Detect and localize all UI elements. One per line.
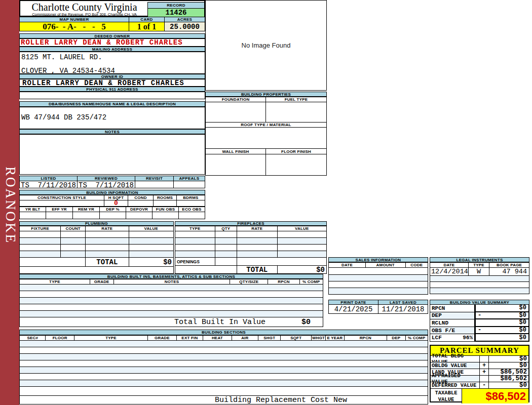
- card-value: 1 of 1: [129, 22, 165, 31]
- fireplaces-row: [175, 238, 327, 245]
- building-value-summary: BUILDING VALUE SUMMARY RPCN $0 DEP -$0 R…: [430, 300, 529, 342]
- rem-yr-value: [73, 212, 100, 219]
- record-value: 11426: [147, 9, 205, 17]
- mailing-line1: 8125 MT. LAUREL RD.: [20, 52, 205, 61]
- property-record-card: ROANOKE Charlotte County Virginia Commis…: [0, 0, 532, 405]
- plumbing-fixture-header: FIXTURE: [19, 226, 61, 231]
- sales-row: [328, 275, 428, 281]
- floor-finish-label: FLOOR FINISH: [266, 149, 327, 154]
- plumbing-count-header: COUNT: [61, 226, 86, 231]
- roof-value: [205, 128, 327, 149]
- reviewed-by: TS: [79, 181, 87, 188]
- wall-finish-label: WALL FINISH: [205, 149, 266, 154]
- built-ins-title: BUILDING BUILT INS, BASEMENTS, ATTICS & …: [19, 274, 323, 279]
- plumbing-title: PLUMBING: [19, 221, 174, 226]
- reviewed-date: 7/11/2018: [95, 181, 134, 188]
- physical-address-box: [19, 92, 205, 99]
- construction-style-label: CONSTRUCTION STYLE: [19, 195, 104, 200]
- bs-type-header: TYPE: [74, 335, 148, 341]
- bvs-rclnd-value: $0: [475, 319, 529, 327]
- bs-eyear-header: E YEAR: [326, 335, 344, 341]
- built-ins-table: BUILDING BUILT INS, BASEMENTS, ATTICS & …: [19, 274, 323, 327]
- built-ins-total-value: $0: [301, 318, 311, 327]
- fireplaces-row: [175, 231, 327, 238]
- roof-label: ROOF TYPE / MATERIAL: [205, 123, 327, 128]
- building-sections-row: [19, 380, 428, 387]
- listed-date: 7/11/2018: [37, 181, 76, 188]
- bs-heat-header: HEAT: [203, 335, 232, 341]
- plumbing-total-label: TOTAL: [86, 258, 129, 267]
- fuel-type-value: [266, 102, 327, 123]
- listed-label: LISTED: [19, 176, 78, 181]
- wall-finish-value: [205, 154, 266, 176]
- cond-value: [128, 200, 154, 207]
- building-sections-row: [19, 367, 428, 374]
- bs-floor-header: FLOOR: [46, 335, 74, 341]
- eff-yr-value: [46, 212, 73, 219]
- building-sections-table: BUILDING SECTIONS SEC# FLOOR TYPE GRADE …: [19, 330, 428, 404]
- built-ins-row: [19, 311, 323, 317]
- building-properties-title: BUILDING PROPERTIES: [205, 92, 327, 97]
- legal-description: WB 47/944 DB 235/472: [20, 107, 205, 122]
- bs-air-header: AIR: [232, 335, 258, 341]
- built-ins-row: [19, 298, 323, 304]
- sales-title: SALES INFORMATION: [328, 257, 428, 262]
- plumbing-total-value: $0: [129, 258, 174, 267]
- notes-label: NOTES: [19, 129, 205, 134]
- fireplaces-row: [175, 251, 327, 258]
- ps-deferred-op: -: [480, 382, 489, 389]
- built-ins-row: [19, 291, 323, 298]
- ps-obldg-label: OBLDG VALUE: [431, 362, 480, 369]
- construction-style-value: [19, 200, 104, 207]
- eco-obs-value: [179, 212, 205, 219]
- print-date-label: PRINT DATE: [328, 300, 378, 305]
- appeals-value: [174, 181, 205, 188]
- building-information-title: BUILDING INFORMATION: [19, 190, 205, 195]
- fireplaces-value-header: VALUE: [278, 226, 327, 231]
- mailing-address-label: MAILING ADDRESS: [19, 47, 205, 52]
- revisit-value: [135, 181, 174, 188]
- fireplaces-row: [175, 245, 327, 251]
- legal-instruments-table: LEGAL INSTRUMENTS DATE TYPE BOOK PAGE 12…: [430, 257, 529, 294]
- dep-pct-value: [100, 212, 126, 219]
- mailing-line2: CLOVER , VA 24534-4534: [20, 61, 205, 75]
- acres-label: ACRES: [165, 17, 205, 22]
- record-box: RECORD 11426: [147, 2, 205, 17]
- floor-finish-value: [266, 154, 327, 176]
- cond-label: COND: [128, 195, 154, 200]
- bs-dep-header: DEP: [387, 335, 405, 341]
- plumbing-row: [19, 231, 174, 238]
- rooms-value: [154, 200, 177, 207]
- dates-strip: PRINT DATE LAST SAVED 4/21/2025 11/21/20…: [328, 300, 428, 314]
- legal-description-box: WB 47/944 DB 235/472: [19, 107, 205, 129]
- eff-yr-label: EFF YR: [46, 207, 73, 212]
- fireplaces-total-label: TOTAL: [237, 266, 278, 274]
- built-ins-type-header: TYPE: [19, 279, 90, 285]
- bvs-rpcn-label: RPCN: [430, 305, 475, 312]
- yr-blt-label: YR BLT: [19, 207, 46, 212]
- deeded-owner-value: ROLLER LARRY DEAN & ROBERT CHARLES: [19, 38, 205, 47]
- taxable-value-label: TAXABLE VALUE: [431, 389, 462, 403]
- depovr-label: DEPOVR: [126, 207, 153, 212]
- sales-code-header: CODE: [406, 262, 428, 268]
- legal-bookpage-header: BOOK PAGE: [489, 262, 529, 268]
- reviewed-label: REVIEWED: [78, 176, 135, 181]
- bvs-lcf-label: LCF96%: [430, 334, 475, 342]
- mailing-address-box: 8125 MT. LAUREL RD. CLOVER , VA 24534-45…: [19, 52, 205, 74]
- ps-deferred-label: DEFERRED VALUE: [431, 382, 480, 389]
- built-ins-row: [19, 285, 323, 291]
- bs-whgt-header: WHGT: [312, 335, 326, 341]
- legal-row: [430, 288, 529, 294]
- sales-row: [328, 268, 428, 275]
- revisit-label: REVISIT: [135, 176, 174, 181]
- eco-obs-label: ECO OBS: [179, 207, 205, 212]
- bvs-rclnd-label: RCLND: [430, 319, 475, 327]
- owner-id-value: ROLLER LARRY DEAN & ROBERT CHARLES: [19, 79, 205, 87]
- parcel-summary: PARCEL SUMMARY TOTAL BLDG VALUE $0 OBLDG…: [430, 345, 529, 402]
- property-photo-placeholder: No Image Found: [205, 0, 327, 91]
- taxable-value-amount: $86,502: [462, 389, 528, 403]
- building-sections-title: BUILDING SECTIONS: [19, 330, 428, 335]
- legal-type-header: TYPE: [469, 262, 489, 268]
- map-number-value: 076- - A- - - 5: [19, 22, 129, 31]
- plumbing-row: [19, 251, 174, 258]
